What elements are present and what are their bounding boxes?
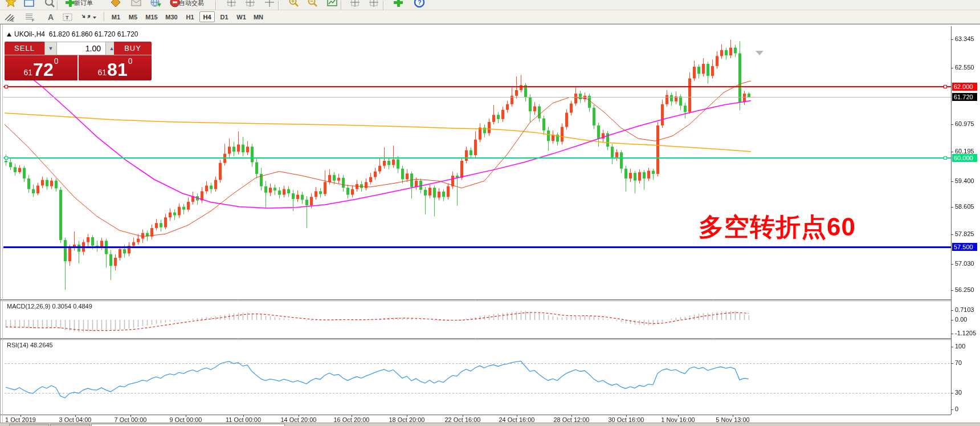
svg-text:T: T bbox=[66, 15, 69, 21]
fibonacci-grid-icon[interactable]: F bbox=[23, 11, 38, 23]
mail-envelope-icon[interactable] bbox=[130, 0, 142, 9]
sell-button[interactable]: SELL bbox=[5, 42, 44, 55]
chart-image-icon[interactable] bbox=[326, 0, 338, 9]
hline-current-price-61720[interactable] bbox=[3, 97, 951, 98]
timeframe-button-m15[interactable]: M15 bbox=[142, 11, 161, 22]
auto-trading-label[interactable]: 自动交易 bbox=[179, 0, 204, 7]
svg-text:?: ? bbox=[418, 0, 422, 6]
volume-input[interactable] bbox=[57, 42, 105, 55]
timeframe-button-d1[interactable]: D1 bbox=[217, 11, 232, 22]
ask-price-display[interactable]: 61 81 0 bbox=[79, 55, 152, 80]
bid-price-display[interactable]: 61 72 0 bbox=[5, 55, 77, 80]
toolbar-standard: ?新订单自动交易 bbox=[0, 0, 980, 10]
ask-prefix: 61 bbox=[98, 68, 107, 77]
symbol-period-label: UKOil-,H4 bbox=[14, 30, 45, 38]
chart-text-annotation[interactable]: 多空转折点60 bbox=[699, 210, 856, 244]
hline-handle[interactable] bbox=[944, 156, 947, 160]
bid-prefix: 61 bbox=[24, 68, 33, 77]
toolbar-separator bbox=[215, 1, 216, 10]
hline-handle[interactable] bbox=[5, 156, 8, 160]
volume-decrease-button[interactable]: ▼ bbox=[44, 42, 57, 55]
window-left-border bbox=[0, 25, 1, 426]
price-axis-label: 63.345 bbox=[955, 35, 974, 42]
help-circle-icon[interactable]: ? bbox=[413, 0, 426, 9]
price-axis-label: 62.550 bbox=[955, 64, 974, 71]
indicators-diamond-icon[interactable] bbox=[109, 0, 122, 9]
timeframe-button-m30[interactable]: M30 bbox=[162, 11, 181, 22]
collapse-arrow-icon[interactable] bbox=[7, 33, 11, 36]
macd-title: MACD(12,26,9) bbox=[7, 303, 50, 310]
favorites-star-icon[interactable] bbox=[5, 0, 17, 9]
timeframe-button-h1[interactable]: H1 bbox=[182, 11, 198, 22]
one-click-trading-widget: SELL ▼ ▲ BUY 61 72 0 61 81 0 bbox=[5, 42, 152, 80]
cursor-a-icon[interactable] bbox=[349, 0, 361, 9]
price-axis-label: 57.825 bbox=[955, 230, 974, 237]
text-label-tool-icon[interactable]: T bbox=[60, 11, 75, 23]
hline-handle[interactable] bbox=[5, 85, 8, 88]
zoom-in-icon[interactable] bbox=[288, 0, 300, 9]
rsi-title: RSI(14) bbox=[7, 342, 28, 348]
toolbar-separator bbox=[278, 1, 279, 10]
macd-indicator-label: MACD(12,26,9) 0.3054 0.4849 bbox=[7, 303, 92, 310]
hline-pivot-60[interactable] bbox=[3, 157, 951, 159]
price-axis-label: 57.030 bbox=[955, 260, 974, 267]
crosshair-a-icon[interactable] bbox=[225, 0, 238, 9]
bid-main-digits: 72 bbox=[33, 61, 54, 78]
ohlc-values: 61.820 61.860 61.720 61.720 bbox=[49, 30, 138, 38]
timeframe-button-w1[interactable]: W1 bbox=[234, 11, 249, 22]
macd-axis-label: -1.1205 bbox=[955, 330, 976, 336]
market-globe-icon[interactable] bbox=[149, 0, 162, 9]
price-badge-60-000: 60.000 bbox=[952, 154, 977, 162]
add-plus-icon[interactable] bbox=[392, 0, 405, 9]
ask-main-digits: 81 bbox=[107, 61, 128, 78]
price-axis-label: 60.975 bbox=[955, 120, 974, 127]
hline-handle[interactable] bbox=[944, 85, 947, 88]
rsi-axis-label: 0 bbox=[955, 405, 958, 412]
chart-tab-2[interactable] bbox=[50, 424, 90, 426]
hline-resistance-62[interactable] bbox=[3, 86, 951, 87]
toolbar-separator bbox=[57, 1, 58, 10]
price-badge-57-500: 57.500 bbox=[952, 243, 977, 251]
chart-profiles-icon[interactable] bbox=[43, 0, 56, 9]
macd-signal-value: 0.4849 bbox=[73, 303, 92, 310]
toolbar-separator bbox=[383, 1, 383, 10]
buy-button[interactable]: BUY bbox=[114, 42, 152, 55]
svg-text:E: E bbox=[11, 18, 14, 22]
chart-tab-active[interactable] bbox=[91, 424, 285, 426]
chart-tab-1[interactable] bbox=[9, 424, 49, 426]
mt4-application: ?新订单自动交易 E F A T M1M5M15M30H1H4D1W1MN UK… bbox=[0, 0, 980, 426]
timeframe-button-m5[interactable]: M5 bbox=[125, 11, 141, 22]
hline-support-575[interactable] bbox=[3, 246, 951, 248]
price-axis-label: 59.400 bbox=[955, 177, 974, 184]
macd-main-value: 0.3054 bbox=[52, 303, 71, 310]
price-badge-61-720: 61.720 bbox=[952, 93, 977, 101]
arrow-styles-dropdown[interactable] bbox=[79, 11, 98, 23]
chart-window: UKOil-,H4 61.820 61.860 61.720 61.720 SE… bbox=[0, 24, 980, 426]
chart-tab-bar bbox=[0, 423, 980, 426]
ask-pip-digit: 0 bbox=[128, 56, 133, 66]
toolbar-timeframes: E F A T M1M5M15M30H1H4D1W1MN bbox=[0, 10, 980, 24]
equidistant-channel-icon[interactable]: E bbox=[2, 11, 17, 23]
timeframe-button-h4[interactable]: H4 bbox=[199, 11, 215, 22]
timeframe-button-m1[interactable]: M1 bbox=[108, 11, 124, 22]
zoom-out-icon[interactable] bbox=[307, 0, 319, 9]
svg-text:F: F bbox=[32, 18, 34, 22]
crosshair-b-icon[interactable] bbox=[244, 0, 256, 9]
cursor-b-icon[interactable] bbox=[368, 0, 380, 9]
new-chart-window-icon[interactable] bbox=[23, 0, 35, 9]
last-bar-marker-icon bbox=[756, 51, 763, 55]
rsi-axis-label: 30 bbox=[955, 389, 962, 396]
rsi-indicator-label: RSI(14) 48.2645 bbox=[7, 342, 53, 348]
bid-pip-digit: 0 bbox=[54, 56, 59, 66]
macd-axis-label: 0.7103 bbox=[955, 306, 974, 313]
timeframe-button-mn[interactable]: MN bbox=[251, 11, 266, 22]
rsi-axis-label: 70 bbox=[955, 359, 962, 366]
text-tool-icon[interactable]: A bbox=[43, 11, 58, 23]
new-order-label[interactable]: 新订单 bbox=[74, 0, 93, 7]
macd-axis-label: 0.00 bbox=[955, 316, 967, 323]
crosshair-c-icon[interactable] bbox=[263, 0, 276, 9]
price-badge-62-000: 62.000 bbox=[952, 83, 977, 91]
chart-title: UKOil-,H4 61.820 61.860 61.720 61.720 bbox=[7, 30, 138, 38]
toolbar-separator bbox=[341, 1, 341, 10]
window-left-border-inner bbox=[2, 25, 3, 426]
